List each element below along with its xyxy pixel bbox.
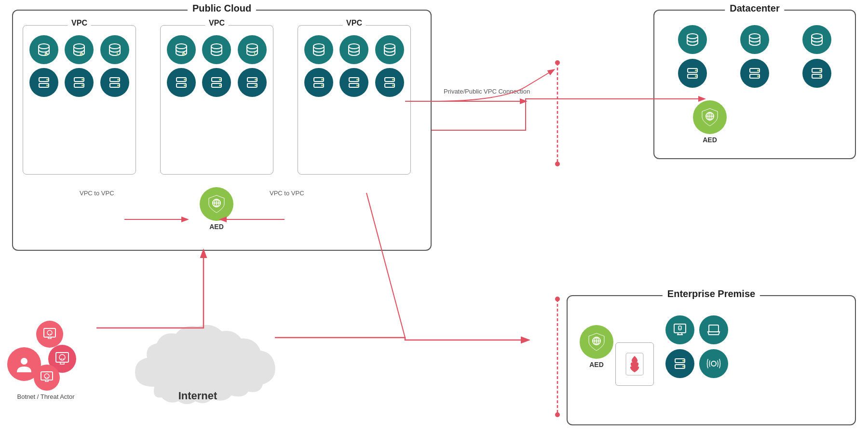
diagram-container: Public Cloud VPC	[0, 0, 868, 435]
vpc-to-vpc-right-label: VPC to VPC	[270, 190, 304, 197]
server-icon	[304, 68, 333, 97]
svg-point-45	[356, 79, 358, 81]
svg-point-31	[219, 84, 221, 86]
svg-point-13	[81, 79, 83, 81]
svg-point-19	[176, 44, 187, 49]
svg-point-36	[313, 44, 324, 49]
db-icon	[339, 35, 368, 64]
vpc2-icon-grid	[161, 26, 273, 102]
vpc-label-1: VPC	[68, 19, 91, 27]
firewall-icon	[615, 342, 654, 386]
dc-server-icon	[678, 59, 707, 88]
botnet-icon-cluster	[7, 318, 84, 391]
botnet-to-cloud-aed-arrow	[96, 251, 203, 328]
svg-point-88	[711, 361, 716, 366]
vpc-box-3: VPC	[298, 25, 411, 175]
svg-point-95	[59, 354, 65, 360]
vpc-connection-arrow	[431, 70, 554, 101]
enterprise-devices	[665, 315, 728, 378]
svg-point-49	[392, 79, 394, 81]
svg-point-10	[46, 84, 48, 86]
svg-point-87	[682, 366, 684, 367]
svg-point-57	[812, 34, 822, 39]
db-icon	[167, 35, 196, 64]
vpc-connection-label: Private/Public VPC Connection	[444, 87, 530, 96]
vpc-box-2: VPC	[160, 25, 273, 175]
svg-rect-90	[44, 328, 55, 337]
botnet-monitor-icon-3	[34, 365, 60, 391]
svg-point-89	[21, 358, 27, 365]
svg-point-86	[682, 360, 684, 362]
svg-point-42	[321, 84, 323, 86]
db-icon	[29, 35, 58, 64]
enterprise-dot-bottom	[555, 412, 560, 417]
enterprise-aed-label: AED	[589, 361, 604, 368]
public-cloud-aed: AED	[200, 187, 233, 231]
firewall-container: Firewall	[623, 342, 646, 352]
rack-server-icon	[665, 349, 694, 378]
public-cloud-box: Public Cloud VPC	[12, 10, 432, 251]
svg-point-14	[81, 84, 83, 86]
datacenter-label: Datacenter	[725, 3, 784, 14]
svg-point-30	[219, 79, 221, 81]
svg-rect-94	[56, 353, 68, 362]
datacenter-aed-shield	[693, 100, 727, 134]
svg-point-91	[47, 330, 52, 335]
svg-point-99	[44, 374, 49, 379]
vpc1-icon-grid	[23, 26, 136, 102]
internet-to-enterprise-arrow	[275, 338, 528, 340]
vpc-label-3: VPC	[342, 19, 366, 27]
svg-point-26	[184, 79, 186, 81]
dc-server-icon	[740, 59, 769, 88]
db-icon	[65, 35, 94, 64]
svg-rect-83	[709, 325, 719, 332]
db-icon	[100, 35, 129, 64]
svg-point-9	[46, 79, 48, 81]
datacenter-aed: AED	[693, 100, 727, 144]
vpc-box-1: VPC	[23, 25, 136, 175]
dc-db-icon	[802, 25, 831, 54]
svg-point-4	[80, 53, 83, 55]
svg-point-3	[74, 44, 84, 49]
monitor-lock-icon	[665, 315, 694, 344]
server-icon	[339, 68, 368, 97]
server-icon	[167, 68, 196, 97]
svg-point-38	[384, 44, 395, 49]
public-cloud-aed-label: AED	[209, 223, 224, 231]
svg-point-46	[356, 84, 358, 86]
svg-point-20	[182, 53, 185, 55]
aed-shield-icon	[200, 187, 233, 221]
laptop-icon	[699, 315, 728, 344]
datacenter-box: Datacenter	[653, 10, 856, 159]
datacenter-dot-bottom	[555, 162, 560, 166]
iot-icon	[699, 349, 728, 378]
db-icon	[238, 35, 267, 64]
svg-point-61	[695, 75, 697, 77]
enterprise-aed-shield	[580, 325, 613, 359]
svg-point-60	[695, 69, 697, 71]
svg-point-65	[757, 75, 759, 77]
svg-point-55	[687, 34, 698, 39]
svg-point-69	[819, 75, 821, 77]
svg-point-41	[321, 79, 323, 81]
dc-db-icon	[678, 25, 707, 54]
svg-point-64	[757, 69, 759, 71]
server-icon	[29, 68, 58, 97]
svg-point-27	[184, 84, 186, 86]
enterprise-label: Enterprise Premise	[663, 288, 760, 299]
svg-point-0	[39, 44, 49, 49]
vpc-label-2: VPC	[205, 19, 229, 27]
svg-point-50	[392, 84, 394, 86]
enterprise-box: Enterprise Premise AED	[567, 295, 856, 425]
svg-point-17	[117, 79, 119, 81]
dc-db-icon	[740, 25, 769, 54]
svg-point-56	[749, 34, 760, 39]
botnet-label: Botnet / Threat Actor	[17, 393, 75, 401]
server-icon	[202, 68, 231, 97]
botnet-monitor-icon-1	[36, 321, 63, 348]
server-icon	[65, 68, 94, 97]
db-icon	[202, 35, 231, 64]
svg-point-34	[255, 79, 257, 81]
internet-label: Internet	[178, 390, 217, 402]
svg-point-18	[117, 84, 119, 86]
